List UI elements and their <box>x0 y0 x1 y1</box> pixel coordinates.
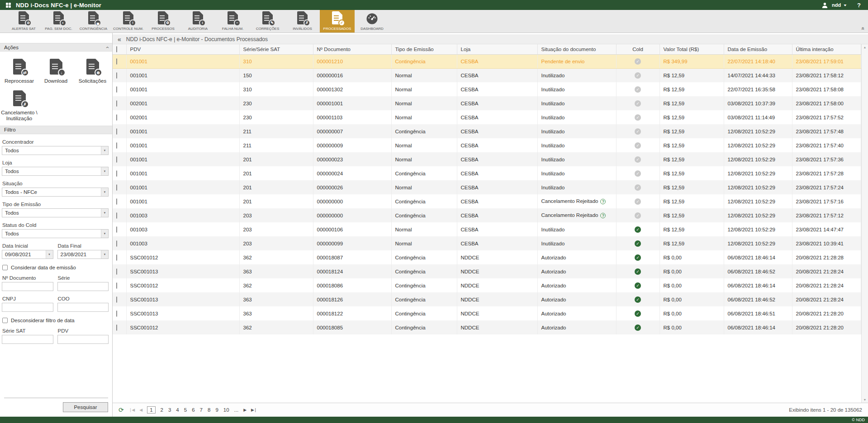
page-number-10[interactable]: 10 <box>223 407 229 413</box>
refresh-icon[interactable]: ⟳ <box>119 406 124 414</box>
action-button-solicitacoes[interactable]: ⊛Solicitações <box>74 55 111 87</box>
table-row[interactable]: SSC001013363000018122ContingênciaNDDCEAu… <box>113 306 861 320</box>
row-checkbox[interactable] <box>116 268 117 275</box>
action-button-reprocessar[interactable]: ⇄Reprocessar <box>1 55 38 87</box>
status-cold-select[interactable]: Todos ▼ <box>2 229 109 238</box>
table-row[interactable]: 001001310000001210ContingênciaCESBAPende… <box>113 54 861 68</box>
next-page-icon[interactable]: ▶ <box>243 408 246 412</box>
vertical-scrollbar[interactable]: ▲ ▼ <box>861 44 868 403</box>
column-header[interactable]: Nº Documento <box>313 44 391 54</box>
table-row[interactable]: 001001201000000024ContingênciaCESBAInuti… <box>113 166 861 180</box>
toolbar-item-processos[interactable]: ⚙PROCESSOS <box>146 10 180 33</box>
serie-sat-input[interactable] <box>2 335 53 344</box>
desconsiderar-data-checkbox[interactable] <box>2 318 8 323</box>
column-header[interactable]: Última interação <box>792 44 861 54</box>
pesquisar-button[interactable]: Pesquisar <box>63 402 108 412</box>
table-row[interactable]: 001003203000000106NormalCESBAInutilizado… <box>113 222 861 236</box>
row-checkbox[interactable] <box>116 100 117 107</box>
row-checkbox[interactable] <box>116 170 117 177</box>
toolbar-item-controle-num[interactable]: !CONTROLE NUM. <box>111 10 146 33</box>
num-documento-input[interactable] <box>2 282 53 291</box>
toolbar-item-processados[interactable]: ✓PROCESSADOS <box>320 10 355 33</box>
action-button-download[interactable]: ↓Download <box>38 55 74 87</box>
column-header[interactable]: Loja <box>457 44 537 54</box>
page-number-5[interactable]: 5 <box>184 407 187 413</box>
last-page-icon[interactable]: ▶❘ <box>251 408 256 412</box>
row-checkbox[interactable] <box>116 86 117 93</box>
app-grid-icon[interactable] <box>6 3 11 8</box>
page-number-6[interactable]: 6 <box>192 407 194 413</box>
page-number-8[interactable]: 8 <box>208 407 210 413</box>
help-button[interactable]: ? <box>857 2 861 9</box>
toolbar-collapse-icon[interactable]: « <box>861 27 866 30</box>
toolbar-item-invalidos[interactable]: ✗INVÁLIDOS <box>285 10 320 33</box>
loja-select[interactable]: Todos ▼ <box>2 167 109 176</box>
row-checkbox[interactable] <box>116 212 117 219</box>
tipo-emissao-select[interactable]: Todos ▼ <box>2 208 109 217</box>
help-badge-icon[interactable]: ? <box>600 213 606 218</box>
page-number-4[interactable]: 4 <box>176 407 179 413</box>
table-row[interactable]: SSC001012362000018087ContingênciaNDDCEAu… <box>113 250 861 264</box>
row-checkbox[interactable] <box>116 142 117 149</box>
table-row[interactable]: SSC001013363000018126ContingênciaNDDCEAu… <box>113 292 861 306</box>
prev-page-icon[interactable]: ◀ <box>139 408 142 412</box>
column-header[interactable]: Valor Total (R$) <box>659 44 724 54</box>
table-row[interactable]: 001001201000000026NormalCESBAInutilizado… <box>113 180 861 194</box>
scroll-up-icon[interactable]: ▲ <box>863 46 867 49</box>
user-menu[interactable]: ndd ▼ <box>832 2 847 8</box>
pdv-input[interactable] <box>57 335 109 344</box>
serie-input[interactable] <box>57 282 109 291</box>
table-row[interactable]: SSC001012362000018085ContingênciaNDDCEAu… <box>113 320 861 334</box>
data-final-picker[interactable]: 23/08/2021 ▼ <box>57 250 109 259</box>
scroll-down-icon[interactable]: ▼ <box>863 398 867 401</box>
page-number-1[interactable]: 1 <box>147 406 155 414</box>
column-header[interactable]: PDV <box>126 44 239 54</box>
row-checkbox[interactable] <box>116 72 117 79</box>
table-row[interactable]: 001001211000000007ContingênciaCESBAInuti… <box>113 124 861 138</box>
table-row[interactable]: 002001230000001001NormalCESBAInutilizado… <box>113 96 861 110</box>
row-checkbox[interactable] <box>116 254 117 261</box>
page-number-7[interactable]: 7 <box>200 407 203 413</box>
page-number-2[interactable]: 2 <box>161 407 163 413</box>
row-checkbox[interactable] <box>116 240 117 247</box>
row-checkbox[interactable] <box>116 114 117 121</box>
table-row[interactable]: 001003203000000000ContingênciaCESBACance… <box>113 208 861 222</box>
data-inicial-picker[interactable]: 09/08/2021 ▼ <box>2 250 53 259</box>
help-badge-icon[interactable]: ? <box>600 199 606 204</box>
toolbar-item-correcoes[interactable]: ✎CORREÇÕES <box>250 10 285 33</box>
table-row[interactable]: 001003203000000099NormalCESBAInutilizado… <box>113 236 861 250</box>
row-checkbox[interactable] <box>116 310 117 317</box>
row-checkbox[interactable] <box>116 184 117 191</box>
select-all-checkbox[interactable] <box>116 46 117 52</box>
toolbar-item-auditoria[interactable]: iAUDITORIA <box>180 10 215 33</box>
concentrador-select[interactable]: Todos ▼ <box>2 146 109 155</box>
table-row[interactable]: 001001201000000023NormalCESBAInutilizado… <box>113 152 861 166</box>
table-row[interactable]: SSC001013363000018124ContingênciaNDDCEAu… <box>113 264 861 278</box>
toolbar-item-alertas-sat[interactable]: ⊘ALERTAS SAT <box>6 10 41 33</box>
row-checkbox[interactable] <box>116 198 117 205</box>
table-row[interactable]: 001001201000000000ContingênciaCESBACance… <box>113 194 861 208</box>
row-checkbox[interactable] <box>116 282 117 289</box>
table-row[interactable]: SSC001012362000018086ContingênciaNDDCEAu… <box>113 278 861 292</box>
toolbar-item-pag-sem-doc[interactable]: ◐PAG. SEM DOC. <box>41 10 76 33</box>
row-checkbox[interactable] <box>116 156 117 163</box>
row-checkbox[interactable] <box>116 226 117 233</box>
toolbar-item-falha-num[interactable]: −FALHA NUM. <box>215 10 250 33</box>
toolbar-item-contingencia[interactable]: ▄CONTINGÊNCIA <box>76 10 111 33</box>
action-button-cancelamento[interactable]: ✗Cancelamento \ Inutilização <box>1 87 38 124</box>
coo-input[interactable] <box>57 303 109 312</box>
table-row[interactable]: 001001150000000016NormalCESBAInutilizado… <box>113 68 861 82</box>
column-header[interactable]: Tipo de Emissão <box>391 44 457 54</box>
row-checkbox[interactable] <box>116 58 117 65</box>
collapse-up-icon[interactable]: › <box>104 47 110 48</box>
cnpj-input[interactable] <box>2 303 53 312</box>
column-header[interactable]: Data de Emissão <box>724 44 792 54</box>
column-header[interactable]: Situação do documento <box>537 44 616 54</box>
column-header[interactable]: Cold <box>616 44 659 54</box>
page-number-9[interactable]: 9 <box>215 407 218 413</box>
table-row[interactable]: 001001310000001302NormalCESBAInutilizado… <box>113 82 861 96</box>
column-header[interactable]: Série/Série SAT <box>239 44 313 54</box>
row-checkbox[interactable] <box>116 324 117 331</box>
table-row[interactable]: 002001230000001103NormalCESBAInutilizado… <box>113 110 861 124</box>
page-number-3[interactable]: 3 <box>168 407 171 413</box>
